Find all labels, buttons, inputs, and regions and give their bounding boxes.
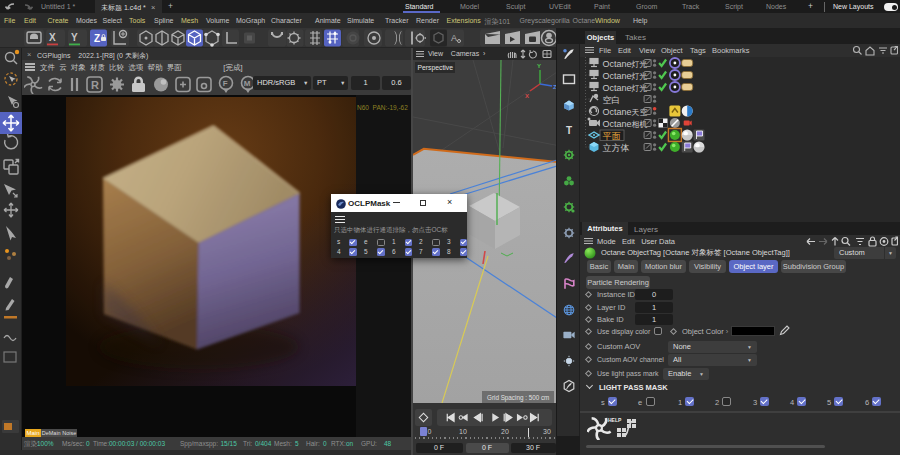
svg-text:X: X (49, 32, 56, 43)
svg-text:Z: Z (94, 33, 100, 44)
svg-text:平面: 平面 (603, 131, 621, 141)
svg-text:立方体: 立方体 (603, 143, 630, 153)
svg-text:A: A (451, 33, 457, 43)
svg-text:HELP: HELP (608, 417, 622, 423)
svg-text:Octane灯光: Octane灯光 (603, 59, 648, 69)
svg-text:T: T (566, 125, 572, 136)
svg-text:Octane灯光: Octane灯光 (603, 71, 648, 81)
svg-text:Y: Y (71, 32, 78, 43)
svg-text:Octane相机: Octane相机 (603, 119, 648, 129)
svg-text:Grid Spacing : 500 cm: Grid Spacing : 500 cm (487, 394, 549, 402)
svg-text:F: F (223, 79, 228, 88)
svg-text:X: X (525, 93, 529, 99)
svg-text:Perspective: Perspective (418, 64, 454, 72)
svg-text:空白: 空白 (603, 95, 621, 105)
svg-text:R: R (91, 79, 99, 91)
svg-text:Octane天空: Octane天空 (603, 107, 648, 117)
svg-text:M: M (244, 79, 251, 88)
svg-text:Y: Y (537, 63, 541, 69)
svg-text:Octane灯光: Octane灯光 (603, 83, 648, 93)
